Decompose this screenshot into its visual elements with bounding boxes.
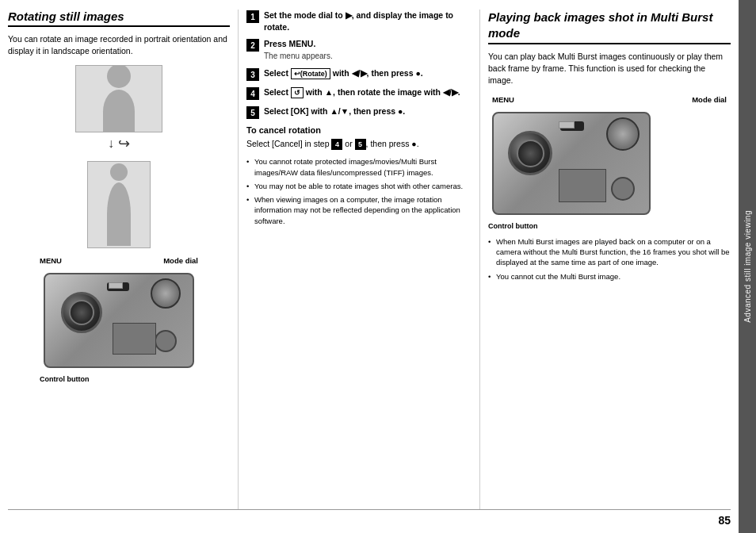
right-cam-body xyxy=(492,112,651,215)
landscape-photo xyxy=(75,65,162,132)
cancel-title: To cancel rotation xyxy=(246,125,472,135)
rotate-icon-box: ↩(Rotate) xyxy=(291,68,330,79)
bullet-3: When viewing images on a computer, the i… xyxy=(246,194,472,226)
left-section-title: Rotating still images xyxy=(8,10,230,27)
cam-lens xyxy=(61,292,102,333)
left-column: Rotating still images You can rotate an … xyxy=(8,10,230,509)
rotate-arrow-icon: ↪ xyxy=(118,135,130,152)
right-cam-screen xyxy=(559,169,606,202)
cam-lens-inner xyxy=(69,300,94,325)
right-control-label: Control button xyxy=(488,222,731,230)
bullet-1: You cannot rotate protected images/movie… xyxy=(246,156,472,178)
person-body-portrait xyxy=(107,182,131,246)
right-cam-mode-dial xyxy=(606,117,640,151)
step-3-num: 3 xyxy=(246,68,259,81)
cancel-step4-ref: 4 xyxy=(331,139,342,150)
right-bullet-2: You cannot cut the Multi Burst image. xyxy=(488,271,731,282)
step-4-content: Select ↺ with ▲, then rotate the image w… xyxy=(264,86,460,98)
page-number: 85 xyxy=(718,514,731,527)
right-menu-label: MENU xyxy=(492,95,514,104)
person-body-landscape xyxy=(103,90,135,132)
step-4-num: 4 xyxy=(246,87,259,100)
step-5-num: 5 xyxy=(246,106,259,119)
step-2: 2 Press MENU. The menu appears. xyxy=(246,38,472,62)
step-4: 4 Select ↺ with ▲, then rotate the image… xyxy=(246,86,472,100)
sidebar-label: Advanced still image viewing xyxy=(743,210,752,323)
left-cam-diagram xyxy=(40,266,198,374)
rotation-images: ↓ ↪ xyxy=(8,65,230,248)
step-1-content: Set the mode dial to ▶, and display the … xyxy=(264,10,472,33)
right-cam-control-btn xyxy=(611,177,635,201)
left-mode-dial-label: Mode dial xyxy=(163,256,198,265)
left-menu-label: MENU xyxy=(40,256,62,265)
cam-body xyxy=(44,273,194,368)
rotate-cw-icon-box: ↺ xyxy=(291,87,304,98)
step-2-num: 2 xyxy=(246,39,259,52)
cam-control-btn xyxy=(155,330,177,352)
cam-flash xyxy=(109,282,123,289)
right-column: Playing back images shot in Multi Burst … xyxy=(479,10,731,509)
step-2-content: Press MENU. The menu appears. xyxy=(264,38,333,62)
right-intro: You can play back Multi Burst images con… xyxy=(488,51,731,87)
step-3-content: Select ↩(Rotate) with ◀/▶, then press ●. xyxy=(264,67,423,79)
right-camera-area: MENU Mode dial xyxy=(488,95,731,230)
step-2-sub: The menu appears. xyxy=(264,51,333,62)
right-cam-flash xyxy=(559,121,575,128)
bullet-2: You may not be able to rotate images sho… xyxy=(246,181,472,191)
step-5-content: Select [OK] with ▲/▼, then press ●. xyxy=(264,105,405,117)
cam-mode-dial xyxy=(151,278,181,309)
right-cam-lens xyxy=(508,131,552,175)
left-camera-area: MENU Mode dial xyxy=(16,256,222,383)
step-5: 5 Select [OK] with ▲/▼, then press ●. xyxy=(246,105,472,119)
page-footer: 85 xyxy=(8,509,731,527)
right-section-title: Playing back images shot in Multi Burst … xyxy=(488,10,731,44)
step-1: 1 Set the mode dial to ▶, and display th… xyxy=(246,10,472,33)
right-cam-diagram xyxy=(488,105,655,220)
arrow-row: ↓ ↪ xyxy=(108,135,130,152)
right-bullets: When Multi Burst images are played back … xyxy=(488,236,731,282)
step-1-num: 1 xyxy=(246,10,259,23)
sidebar: Advanced still image viewing xyxy=(739,0,756,533)
left-control-label: Control button xyxy=(40,375,198,383)
person-head-landscape xyxy=(107,65,131,88)
right-mode-dial-label: Mode dial xyxy=(692,95,727,104)
step-3: 3 Select ↩(Rotate) with ◀/▶, then press … xyxy=(246,67,472,81)
down-arrow-icon: ↓ xyxy=(108,136,114,151)
person-head-portrait xyxy=(110,163,128,181)
right-bullet-1: When Multi Burst images are played back … xyxy=(488,236,731,268)
page-content: Rotating still images You can rotate an … xyxy=(0,0,739,533)
middle-column: 1 Set the mode dial to ▶, and display th… xyxy=(238,10,472,509)
cancel-text: Select [Cancel] in step 4 or 5, then pre… xyxy=(246,138,472,150)
left-intro: You can rotate an image recorded in port… xyxy=(8,33,230,57)
cancel-step5-ref: 5 xyxy=(355,139,366,150)
middle-bullets: You cannot rotate protected images/movie… xyxy=(246,156,472,226)
right-cam-lens-inner xyxy=(517,140,544,167)
cam-screen xyxy=(113,323,156,355)
portrait-photo xyxy=(87,161,151,248)
